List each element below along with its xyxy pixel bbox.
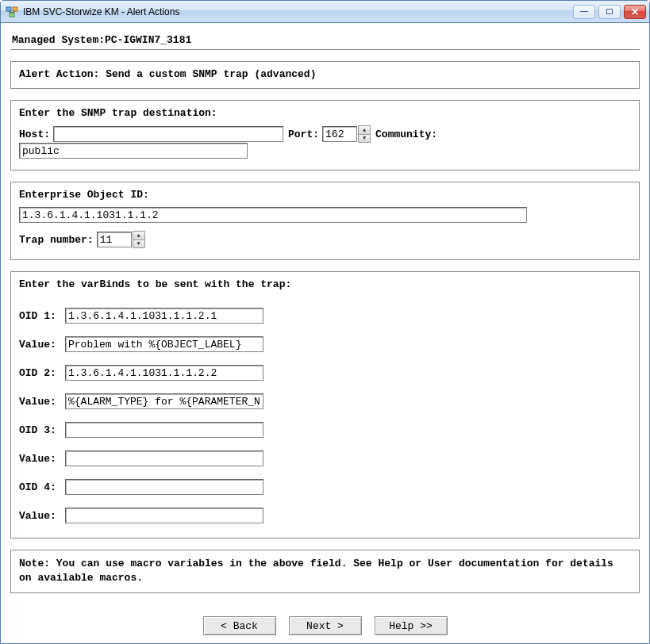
wizard-footer: < Back Next > Help >> bbox=[1, 608, 649, 643]
community-input[interactable] bbox=[19, 143, 248, 159]
snmp-destination-row: Host: Port: ▲ ▼ Community: bbox=[19, 125, 631, 159]
minimize-button[interactable] bbox=[573, 5, 595, 19]
svg-rect-1 bbox=[13, 7, 17, 11]
oid1-input[interactable] bbox=[65, 308, 263, 324]
alert-action-panel: Alert Action: Send a custom SNMP trap (a… bbox=[10, 61, 640, 89]
enterprise-oid-input[interactable] bbox=[19, 207, 527, 223]
trap-number-input[interactable] bbox=[97, 232, 132, 247]
snmp-destination-panel: Enter the SNMP trap destination: Host: P… bbox=[10, 100, 640, 171]
managed-system-label: Managed System: bbox=[12, 34, 105, 46]
heading-separator bbox=[10, 49, 640, 50]
port-spin-up[interactable]: ▲ bbox=[359, 126, 370, 134]
managed-system-heading: Managed System:PC-IGWIN7_3181 bbox=[12, 34, 640, 46]
oid4-input[interactable] bbox=[65, 479, 263, 495]
app-window: IBM SVC-Storwize KM - Alert Actions ✕ Ma… bbox=[0, 0, 650, 644]
trap-number-label: Trap number: bbox=[19, 234, 94, 246]
port-label: Port: bbox=[288, 128, 319, 140]
trap-number-spinner[interactable]: ▲ ▼ bbox=[133, 231, 145, 248]
value3-input[interactable] bbox=[65, 450, 263, 466]
community-label: Community: bbox=[375, 128, 437, 140]
enterprise-panel: Enterprise Object ID: Trap number: ▲ ▼ bbox=[10, 182, 640, 260]
help-button[interactable]: Help >> bbox=[375, 616, 448, 635]
window-controls: ✕ bbox=[573, 5, 646, 19]
enterprise-oid-label: Enterprise Object ID: bbox=[19, 189, 631, 201]
oid2-label: OID 2: bbox=[19, 367, 65, 379]
app-icon bbox=[6, 6, 18, 18]
close-button[interactable]: ✕ bbox=[624, 5, 646, 19]
alert-action-label: Alert Action: bbox=[19, 68, 106, 80]
oid4-label: OID 4: bbox=[19, 481, 65, 493]
snmp-destination-title: Enter the SNMP trap destination: bbox=[19, 107, 631, 119]
note-text: Note: You can use macro variables in the… bbox=[19, 558, 613, 584]
trap-spin-down[interactable]: ▼ bbox=[133, 240, 144, 247]
trap-number-row: Trap number: ▲ ▼ bbox=[19, 231, 631, 248]
value2-label: Value: bbox=[19, 396, 65, 408]
content-area: Managed System:PC-IGWIN7_3181 Alert Acti… bbox=[1, 23, 649, 608]
value3-label: Value: bbox=[19, 453, 65, 465]
oid2-input[interactable] bbox=[65, 365, 263, 381]
back-button[interactable]: < Back bbox=[203, 616, 276, 635]
alert-action-value: Send a custom SNMP trap (advanced) bbox=[106, 68, 316, 80]
window-title: IBM SVC-Storwize KM - Alert Actions bbox=[23, 6, 573, 17]
note-panel: Note: You can use macro variables in the… bbox=[10, 550, 640, 593]
oid3-label: OID 3: bbox=[19, 424, 65, 436]
svg-rect-0 bbox=[6, 7, 11, 11]
oid3-input[interactable] bbox=[65, 422, 263, 438]
oid1-label: OID 1: bbox=[19, 310, 65, 322]
value1-input[interactable] bbox=[65, 336, 263, 352]
value2-input[interactable] bbox=[65, 393, 263, 409]
host-input[interactable] bbox=[53, 126, 283, 142]
titlebar[interactable]: IBM SVC-Storwize KM - Alert Actions ✕ bbox=[1, 1, 649, 23]
varbinds-panel: Enter the varBinds to be sent with the t… bbox=[10, 271, 640, 539]
port-input[interactable] bbox=[322, 126, 357, 142]
next-button[interactable]: Next > bbox=[289, 616, 362, 635]
value1-label: Value: bbox=[19, 339, 65, 351]
value4-label: Value: bbox=[19, 510, 65, 522]
svg-rect-2 bbox=[10, 13, 14, 17]
port-spin-down[interactable]: ▼ bbox=[359, 134, 370, 142]
managed-system-value: PC-IGWIN7_3181 bbox=[105, 34, 191, 46]
maximize-button[interactable] bbox=[598, 5, 621, 19]
value4-input[interactable] bbox=[65, 508, 263, 523]
port-spinner[interactable]: ▲ ▼ bbox=[358, 125, 371, 143]
host-label: Host: bbox=[19, 128, 50, 140]
varbinds-title: Enter the varBinds to be sent with the t… bbox=[19, 278, 631, 290]
trap-spin-up[interactable]: ▲ bbox=[133, 232, 144, 240]
